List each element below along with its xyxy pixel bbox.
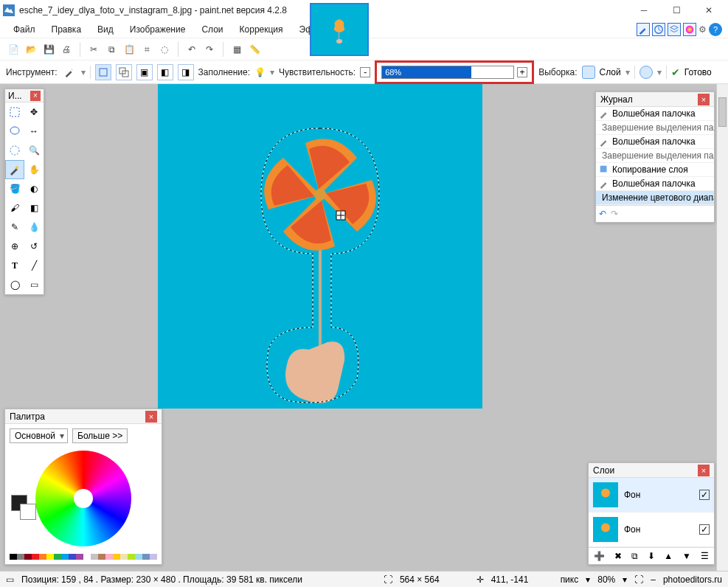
- swatch[interactable]: [91, 554, 98, 560]
- primary-secondary-swatches[interactable]: [11, 495, 36, 520]
- tool-lasso[interactable]: [5, 122, 24, 141]
- swatch[interactable]: [128, 554, 135, 560]
- swatch[interactable]: [69, 554, 76, 560]
- swatch[interactable]: [83, 554, 91, 560]
- cut-icon[interactable]: ✂: [86, 42, 101, 57]
- image-thumbnail[interactable]: [310, 3, 369, 56]
- flood-mode-icon[interactable]: [639, 66, 653, 79]
- swatch[interactable]: [113, 554, 120, 560]
- close-button[interactable]: ✕: [693, 0, 725, 21]
- tool-color-picker[interactable]: 💧: [24, 218, 44, 237]
- tool-clone-stamp[interactable]: ⊕: [5, 237, 24, 256]
- swatch[interactable]: [142, 554, 150, 560]
- new-icon[interactable]: 📄: [6, 42, 21, 57]
- status-zoom[interactable]: 80%: [597, 574, 615, 585]
- selection-replace-icon[interactable]: [95, 64, 111, 80]
- util-colors-icon[interactable]: [683, 23, 696, 36]
- tool-paint-bucket[interactable]: 🪣: [5, 179, 24, 198]
- swatch[interactable]: [46, 554, 54, 560]
- history-redo-icon[interactable]: ↷: [611, 209, 618, 219]
- save-icon[interactable]: 💾: [41, 42, 56, 57]
- open-icon[interactable]: 📂: [24, 42, 38, 57]
- tool-recolor[interactable]: ↺: [24, 237, 44, 256]
- layer-delete-icon[interactable]: ✖: [614, 551, 622, 561]
- swatch[interactable]: [39, 554, 46, 560]
- crop-icon[interactable]: ⌗: [139, 42, 154, 57]
- layers-close-icon[interactable]: ×: [698, 465, 710, 476]
- tool-magic-wand[interactable]: [5, 160, 24, 179]
- deselect-icon[interactable]: ◌: [157, 42, 172, 57]
- status-units[interactable]: пикс: [561, 574, 579, 585]
- fill-dropdown-icon[interactable]: ▾: [270, 67, 274, 77]
- tool-rect-select[interactable]: [5, 103, 24, 122]
- history-close-icon[interactable]: ×: [698, 94, 710, 105]
- tolerance-slider[interactable]: 68%: [381, 66, 514, 79]
- swatch[interactable]: [105, 554, 113, 560]
- swatch[interactable]: [120, 554, 128, 560]
- sampling-dropdown-icon[interactable]: ▾: [625, 67, 630, 77]
- menu-view[interactable]: Вид: [90, 23, 121, 36]
- copy-icon[interactable]: ⧉: [104, 42, 119, 57]
- tool-move[interactable]: ↔: [24, 122, 44, 141]
- selection-xor-icon[interactable]: ◨: [178, 64, 194, 80]
- swatch[interactable]: [76, 554, 83, 560]
- menu-edit[interactable]: Правка: [44, 23, 89, 36]
- swatch[interactable]: [17, 554, 24, 560]
- layer-properties-icon[interactable]: ☰: [701, 551, 709, 561]
- layer-down-icon[interactable]: ▼: [682, 551, 691, 561]
- menu-adjustments[interactable]: Коррекция: [232, 23, 291, 36]
- menu-file[interactable]: Файл: [6, 23, 43, 36]
- tool-paintbrush[interactable]: 🖌: [5, 198, 24, 218]
- minimize-button[interactable]: ─: [628, 0, 660, 21]
- swatch[interactable]: [135, 554, 142, 560]
- tool-ellipse-select[interactable]: [5, 141, 24, 160]
- secondary-color-swatch[interactable]: [20, 504, 36, 520]
- layer-item[interactable]: Фон ✓: [589, 478, 714, 513]
- color-mode-dropdown[interactable]: Основной: [10, 428, 68, 443]
- tool-rectangle[interactable]: ▭: [24, 275, 44, 294]
- maximize-button[interactable]: ☐: [660, 0, 693, 21]
- menu-layers[interactable]: Слои: [194, 23, 230, 36]
- undo-icon[interactable]: ↶: [184, 42, 199, 57]
- swatch[interactable]: [54, 554, 61, 560]
- layer-duplicate-icon[interactable]: ⧉: [631, 551, 638, 561]
- tool-shapes[interactable]: ◯: [5, 275, 24, 294]
- grid-icon[interactable]: ▦: [229, 42, 244, 57]
- selection-add-icon[interactable]: [116, 64, 132, 80]
- swatch[interactable]: [32, 554, 39, 560]
- tool-gradient[interactable]: ◐: [24, 179, 44, 198]
- tool-eraser[interactable]: ◧: [24, 198, 44, 218]
- current-tool-icon[interactable]: [62, 65, 77, 80]
- layer-merge-icon[interactable]: ⬇: [648, 551, 655, 561]
- palette-close-icon[interactable]: ×: [145, 411, 157, 423]
- util-history-icon[interactable]: [652, 23, 665, 36]
- tool-move-selection[interactable]: ✥: [24, 103, 44, 122]
- layer-add-icon[interactable]: ➕: [594, 551, 605, 561]
- swatch[interactable]: [150, 554, 157, 560]
- tolerance-minus-icon[interactable]: -: [360, 67, 370, 77]
- redo-icon[interactable]: ↷: [202, 42, 217, 57]
- vertical-scrollbar[interactable]: [716, 84, 728, 571]
- selection-intersect-icon[interactable]: ◧: [157, 64, 173, 80]
- layer-visibility-checkbox[interactable]: ✓: [699, 524, 710, 535]
- zoom-dropdown-icon[interactable]: ▾: [623, 574, 627, 585]
- print-icon[interactable]: 🖨: [59, 42, 74, 57]
- help-icon[interactable]: ?: [709, 23, 722, 36]
- zoom-fit-icon[interactable]: ⛶: [634, 574, 643, 585]
- swatch[interactable]: [24, 554, 32, 560]
- tool-text[interactable]: T: [5, 256, 24, 275]
- tool-pencil[interactable]: ✎: [5, 218, 24, 237]
- tool-line[interactable]: ╱: [24, 256, 44, 275]
- tool-zoom[interactable]: 🔍: [24, 141, 44, 160]
- util-layers-icon[interactable]: [668, 23, 681, 36]
- palette-more-button[interactable]: Больше >>: [72, 428, 128, 443]
- layer-visibility-checkbox[interactable]: ✓: [699, 490, 710, 500]
- units-dropdown-icon[interactable]: ▾: [586, 574, 590, 585]
- paste-icon[interactable]: 📋: [122, 42, 136, 57]
- color-wheel[interactable]: [35, 451, 131, 546]
- swatch[interactable]: [98, 554, 105, 560]
- swatch[interactable]: [61, 554, 69, 560]
- palette-swatches[interactable]: [5, 554, 162, 564]
- swatch[interactable]: [10, 554, 17, 560]
- fill-mode-icon[interactable]: 💡: [254, 67, 266, 77]
